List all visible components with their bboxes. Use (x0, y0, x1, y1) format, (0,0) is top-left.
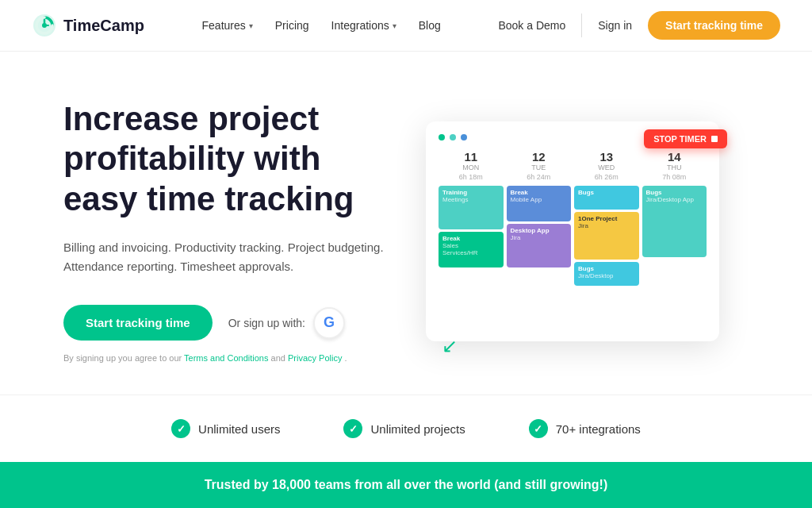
hero-right: 11 MON 6h 18m 12 TUE 6h 24m 13 WED 6h 26… (396, 121, 749, 341)
feature-label-users: Unlimited users (198, 422, 280, 436)
feature-label-integrations: 70+ integrations (556, 422, 641, 436)
cal-event-bugs-wed: Bugs (574, 186, 639, 210)
nav-divider (581, 13, 582, 37)
terms-link[interactable]: Terms and Conditions (184, 353, 268, 363)
cal-event-training: Training Meetings (439, 186, 504, 229)
nav-blog[interactable]: Blog (419, 19, 441, 32)
hero-subtitle: Billing and invoicing. Productivity trac… (63, 238, 396, 276)
stop-timer-badge[interactable]: STOP TIMER (644, 129, 727, 148)
feature-unlimited-users: ✓ Unlimited users (171, 419, 280, 438)
check-icon-projects: ✓ (343, 419, 362, 438)
feature-integrations: ✓ 70+ integrations (529, 419, 641, 438)
signup-with: Or sign up with: G (228, 307, 345, 339)
nav-right: Book a Demo Sign in Start tracking time (498, 11, 780, 40)
check-icon-users: ✓ (171, 419, 190, 438)
book-demo-link[interactable]: Book a Demo (498, 19, 565, 32)
integrations-dropdown-arrow: ▾ (393, 21, 396, 30)
hero-title: Increase project profitability with easy… (63, 99, 396, 219)
trust-text: Trusted by 18,000 teams from all over th… (205, 478, 608, 491)
cal-col-mon: Training Meetings Break Sales Services/H… (439, 186, 504, 329)
nav-integrations[interactable]: Integrations ▾ (331, 19, 396, 32)
cal-day-11: 11 MON 6h 18m (439, 150, 504, 181)
dot-blue (461, 134, 467, 140)
trust-banner: Trusted by 18,000 teams from all over th… (0, 462, 812, 508)
logo-text: TimeCamp (63, 17, 144, 35)
cal-event-break-mobile: Break Mobile App (507, 186, 572, 221)
cal-col-tue: Break Mobile App Desktop App Jira (507, 186, 572, 329)
nav-links: Features ▾ Pricing Integrations ▾ Blog (202, 19, 441, 32)
features-strip: ✓ Unlimited users ✓ Unlimited projects ✓… (0, 394, 812, 462)
cal-day-14: 14 THU 7h 08m (642, 150, 707, 181)
hero-actions: Start tracking time Or sign up with: G (63, 305, 396, 341)
nav-cta-button[interactable]: Start tracking time (648, 11, 780, 40)
cal-col-wed: Bugs 1One Project Jira Bugs Jira/Desktop (574, 186, 639, 329)
dot-green (439, 134, 445, 140)
google-signup-button[interactable]: G (313, 307, 345, 339)
logo-link[interactable]: TimeCamp (32, 13, 144, 38)
cal-event-break-sales: Break Sales Services/HR (439, 232, 504, 267)
hero-left: Increase project profitability with easy… (63, 99, 396, 363)
hero-section: Increase project profitability with easy… (0, 52, 812, 394)
cal-event-desktop-app: Desktop App Jira (507, 224, 572, 267)
check-icon-integrations: ✓ (529, 419, 548, 438)
nav-features[interactable]: Features ▾ (202, 19, 253, 32)
cal-day-13: 13 WED 6h 26m (574, 150, 639, 181)
calendar-header: 11 MON 6h 18m 12 TUE 6h 24m 13 WED 6h 26… (439, 150, 707, 181)
stop-icon (711, 136, 718, 142)
feature-label-projects: Unlimited projects (370, 422, 465, 436)
features-dropdown-arrow: ▾ (249, 21, 253, 30)
calendar-widget: 11 MON 6h 18m 12 TUE 6h 24m 13 WED 6h 26… (426, 121, 719, 341)
cal-event-bugs-thu: Bugs Jira/Desktop App (642, 186, 707, 257)
calendar-body: Training Meetings Break Sales Services/H… (439, 186, 707, 329)
nav-pricing[interactable]: Pricing (275, 19, 309, 32)
feature-unlimited-projects: ✓ Unlimited projects (343, 419, 465, 438)
cal-event-bugs-jira-desktop: Bugs Jira/Desktop (574, 262, 639, 286)
cal-event-one-project: 1One Project Jira (574, 212, 639, 260)
legal-text: By signing up you agree to our Terms and… (63, 353, 396, 363)
sign-in-button[interactable]: Sign in (598, 19, 632, 32)
cal-col-thu: Bugs Jira/Desktop App (642, 186, 707, 329)
cal-day-12: 12 TUE 6h 24m (507, 150, 572, 181)
privacy-link[interactable]: Privacy Policy (288, 353, 342, 363)
start-tracking-button[interactable]: Start tracking time (63, 305, 213, 341)
timecamp-logo-icon (32, 13, 57, 38)
calendar-arrow: ↙ (442, 335, 458, 357)
dot-teal (450, 134, 456, 140)
navbar: TimeCamp Features ▾ Pricing Integrations… (0, 0, 812, 52)
